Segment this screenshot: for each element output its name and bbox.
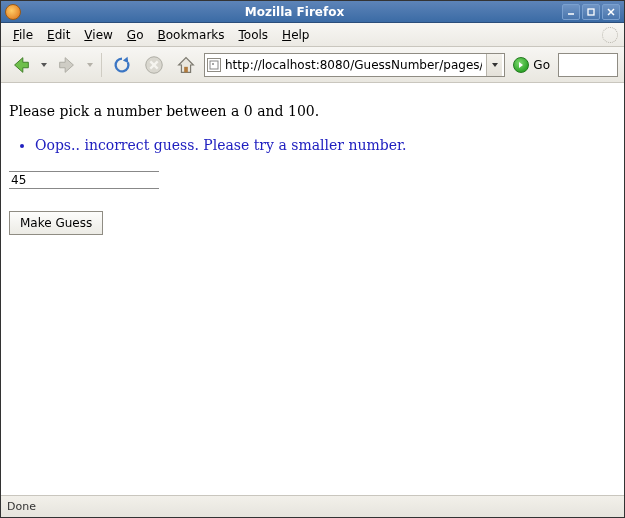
menu-bookmarks[interactable]: Bookmarks bbox=[151, 25, 230, 45]
forward-history-dropdown[interactable] bbox=[85, 51, 95, 79]
navigation-toolbar: Go bbox=[1, 47, 624, 83]
prompt-text: Please pick a number between a 0 and 100… bbox=[9, 103, 616, 119]
svg-rect-7 bbox=[184, 66, 188, 72]
menu-edit[interactable]: Edit bbox=[41, 25, 76, 45]
menu-view[interactable]: View bbox=[78, 25, 118, 45]
make-guess-button[interactable]: Make Guess bbox=[9, 211, 103, 235]
reload-button[interactable] bbox=[108, 51, 136, 79]
maximize-button[interactable] bbox=[582, 4, 600, 20]
window-title: Mozilla Firefox bbox=[27, 5, 562, 19]
menu-file[interactable]: File bbox=[7, 25, 39, 45]
firefox-icon bbox=[5, 4, 21, 20]
back-button[interactable] bbox=[7, 51, 35, 79]
go-icon bbox=[513, 57, 529, 73]
activity-throbber-icon bbox=[602, 27, 618, 43]
forward-button bbox=[53, 51, 81, 79]
home-button[interactable] bbox=[172, 51, 200, 79]
search-box[interactable] bbox=[558, 53, 618, 77]
menu-go[interactable]: Go bbox=[121, 25, 150, 45]
menu-tools[interactable]: Tools bbox=[233, 25, 275, 45]
svg-rect-1 bbox=[588, 9, 594, 15]
message-list: Oops.. incorrect guess. Please try a sma… bbox=[35, 137, 616, 153]
stop-button bbox=[140, 51, 168, 79]
window-titlebar: Mozilla Firefox bbox=[1, 1, 624, 23]
back-history-dropdown[interactable] bbox=[39, 51, 49, 79]
url-input[interactable] bbox=[225, 58, 482, 72]
guess-input[interactable] bbox=[9, 171, 159, 189]
close-button[interactable] bbox=[602, 4, 620, 20]
minimize-button[interactable] bbox=[562, 4, 580, 20]
url-bar[interactable] bbox=[204, 53, 505, 77]
page-favicon-icon bbox=[207, 58, 221, 72]
go-button[interactable]: Go bbox=[509, 53, 554, 77]
menubar: File Edit View Go Bookmarks Tools Help bbox=[1, 23, 624, 47]
url-history-dropdown[interactable] bbox=[486, 54, 502, 76]
go-label: Go bbox=[533, 58, 550, 72]
statusbar: Done bbox=[1, 495, 624, 517]
feedback-message: Oops.. incorrect guess. Please try a sma… bbox=[35, 137, 616, 153]
status-text: Done bbox=[7, 500, 36, 513]
page-content: Please pick a number between a 0 and 100… bbox=[1, 83, 624, 495]
toolbar-separator bbox=[101, 53, 102, 77]
svg-point-9 bbox=[212, 63, 214, 65]
svg-rect-8 bbox=[210, 61, 218, 69]
menu-help[interactable]: Help bbox=[276, 25, 315, 45]
